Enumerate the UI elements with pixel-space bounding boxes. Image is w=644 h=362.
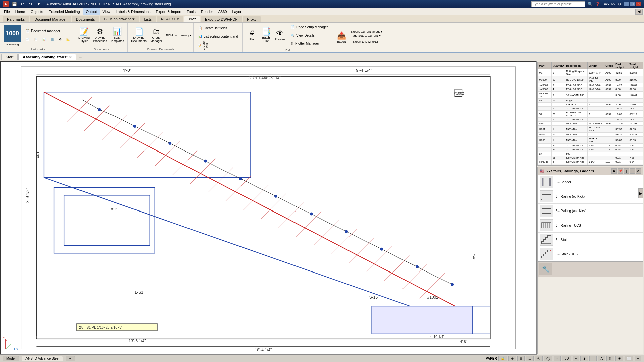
ribbon-btn-plotter-manager[interactable]: ⚙ Plotter Manager [289, 40, 330, 47]
status-btn-allow3d[interactable]: 3D [562, 356, 571, 361]
ribbon-tab-nc-dxf[interactable]: NC&DXF ▾ [157, 16, 183, 22]
tools-thumb[interactable]: 🔧 [539, 263, 552, 275]
tab-start[interactable]: Start [1, 54, 18, 60]
svg-text:S-15: S-15 [369, 295, 378, 300]
close-tab-icon[interactable]: ✕ [69, 55, 72, 59]
ribbon-tab-lists[interactable]: Lists [140, 16, 156, 22]
ribbon-btn-view-details[interactable]: 🔍 View Details [289, 32, 330, 39]
ribbon-btn-small-5[interactable]: ⚙ [57, 36, 64, 43]
panel-toggle[interactable]: ◀ [635, 9, 643, 15]
ribbon-btn-group-manager[interactable]: 🗂 GroupManager [148, 25, 165, 45]
qat-undo[interactable]: ↩ [19, 1, 26, 7]
dropdown-arrow-page[interactable]: ▼ [379, 34, 381, 37]
document-tabbar: Start Assembly drawing stairs* ✕ + [0, 53, 644, 61]
status-btn-selection[interactable]: ◻ [589, 356, 597, 361]
new-tab-button[interactable]: + [77, 54, 84, 60]
ribbon-btn-small-6[interactable]: 📐 [64, 36, 72, 43]
ribbon-btn-export[interactable]: 📤 Export [335, 27, 348, 48]
ribbon-btn-export-dwf[interactable]: Export to DWF/PDF [351, 38, 383, 45]
bom-drawing-dropdown[interactable]: BOM on drawing ▾ [166, 34, 191, 37]
status-btn-osnap[interactable]: ◯ [544, 356, 552, 361]
menu-tools[interactable]: Tools [184, 8, 198, 15]
menu-file[interactable]: File [1, 8, 13, 15]
minimize-button[interactable]: − [624, 2, 629, 6]
close-button[interactable]: ✕ [636, 2, 641, 6]
component-item-railing-kick[interactable]: 6 - Railing (w/ Kick) [538, 189, 643, 204]
status-btn-otrack[interactable]: ∞ [554, 356, 561, 361]
qat-save[interactable]: 💾 [11, 1, 18, 7]
ribbon-btn-small-1[interactable]: 📄 [23, 36, 31, 43]
ribbon-btn-drawing-styles[interactable]: 📝 DrawingStyles [77, 25, 91, 45]
status-btn-workspace[interactable]: ⚙ [606, 356, 614, 361]
menu-a360[interactable]: A360 [216, 8, 230, 15]
panel-expand-btn[interactable]: ▶ [638, 188, 643, 198]
menu-extended-modeling[interactable]: Extended Modeling [46, 8, 83, 15]
status-btn-lock[interactable]: 🔒 [498, 356, 507, 361]
menu-labels-dimensions[interactable]: Labels & Dimensions [113, 8, 153, 15]
add-layout-btn[interactable]: + [66, 356, 75, 361]
status-btn-lineweight[interactable]: ≡ [573, 356, 579, 361]
panel-pin-btn[interactable]: 📌 [618, 168, 623, 174]
dropdown-arrow-export[interactable]: ▼ [380, 30, 383, 33]
menu-home[interactable]: Home [13, 8, 28, 15]
maximize-button[interactable]: □ [630, 2, 635, 6]
status-btn-annotation[interactable]: A [598, 356, 605, 361]
status-btn-ortho[interactable]: ⊥ [526, 356, 534, 361]
ribbon-btn-doc-manager-small[interactable]: 📋 Document manager [23, 27, 72, 35]
ribbon-btn-batch-plot[interactable]: 📑 BatchPlot [259, 25, 273, 45]
svg-text:X: X [16, 348, 18, 351]
status-btn-grid[interactable]: ⊞ [517, 356, 525, 361]
component-item-stair[interactable]: 6 - Stair [538, 233, 643, 247]
component-item-railing-no-kick[interactable]: 6 - Railing (w/o Kick) [538, 204, 643, 218]
panel-settings-btn[interactable]: ⚙ [611, 168, 617, 174]
ribbon-tab-documents[interactable]: Documents [72, 16, 99, 22]
ribbon-btn-create-list-fields[interactable]: 📋 Create list fields [196, 24, 229, 32]
qat-more[interactable]: ▼ [35, 1, 42, 7]
status-btn-fullscreen[interactable]: ⬜ [625, 356, 633, 361]
menu-export-import[interactable]: Export & Import [153, 8, 184, 15]
ribbon-btn-bom-templates[interactable]: 📊 BOMTemplates [109, 25, 125, 45]
status-btn-customize[interactable]: ≡ [635, 356, 641, 361]
help-icon[interactable]: ❓ [595, 2, 600, 6]
component-item-railing-ucs[interactable]: 6 - Railing - UCS [538, 218, 643, 233]
panel-close-btn[interactable]: ✕ [636, 168, 641, 174]
component-item-ladder[interactable]: 6 - Ladder [538, 175, 643, 189]
ribbon-tab-part-marks[interactable]: Part marks [3, 16, 29, 22]
model-tab[interactable]: Model [3, 356, 19, 361]
status-btn-isolate[interactable]: ☀ [615, 356, 623, 361]
menu-objects[interactable]: Objects [28, 8, 46, 15]
panel-minimize-btn[interactable]: − [630, 168, 635, 174]
ribbon-btn-list-sorting[interactable]: 📊 List sorting content and [196, 33, 240, 40]
status-btn-transparency[interactable]: ◑ [580, 356, 588, 361]
ribbon-btn-preview[interactable]: 👁 Preview [273, 25, 287, 45]
menu-layout[interactable]: Layout [229, 8, 246, 15]
ribbon-tab-document-manager[interactable]: Document Manager [30, 16, 71, 22]
ribbon-tab-bom-on-drawing[interactable]: BOM on drawing ▾ [100, 16, 139, 22]
ribbon-btn-create-lists[interactable]: 📝 Create lists [196, 41, 210, 51]
ribbon-btn-small-3[interactable]: 📊 [40, 36, 48, 43]
status-btn-polar[interactable]: ◎ [535, 356, 543, 361]
ribbon-btn-small-4[interactable]: 🔢 [49, 36, 56, 43]
table-row: M19Railing Kickplate Stair172×4 1/4×A992… [538, 69, 643, 76]
settings-icon[interactable]: ⚙ [618, 2, 621, 6]
ribbon-tab-proxy[interactable]: Proxy [243, 16, 261, 22]
menu-render[interactable]: Render [198, 8, 216, 15]
component-item-stair-ucs[interactable]: 6 - Stair - UCS [538, 247, 643, 261]
ribbon-btn-drawing-docs[interactable]: 📄 DrawingDocuments [130, 25, 147, 45]
tab-assembly-drawing[interactable]: Assembly drawing stairs* ✕ [18, 54, 76, 60]
ribbon-btn-plot[interactable]: 🖨 Plot [245, 25, 259, 45]
ribbon-tab-plot[interactable]: Plot [184, 16, 200, 22]
qat-redo[interactable]: ↪ [27, 1, 34, 7]
table-cell: 4×10×114 1/4"× [587, 126, 604, 133]
layout-tab[interactable]: ANSI-D Advance Steel [22, 356, 63, 361]
ribbon-tab-export-dwf[interactable]: Export to DWF/PDF [201, 16, 242, 22]
status-btn-snap[interactable]: ⊕ [508, 356, 516, 361]
ribbon-btn-small-2[interactable]: 📋 [32, 36, 40, 43]
ribbon-btn-page-setup-manager[interactable]: 📄 Page Setup Manager [289, 23, 330, 31]
ribbon-btn-drawing-processes[interactable]: ⚙ DrawingProcesses [92, 25, 108, 45]
search-icon[interactable]: 🔍 [588, 2, 593, 6]
menu-output[interactable]: Output [83, 8, 100, 15]
search-input[interactable] [531, 1, 585, 7]
drawing-canvas[interactable]: 4'-0" 9'-4 1/4" 12/8.9 1/4×8'-5 1/4" [0, 61, 537, 355]
menu-view[interactable]: View [100, 8, 113, 15]
